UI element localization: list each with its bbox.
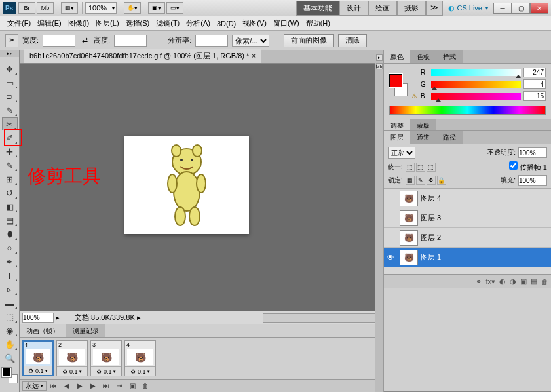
blur-tool[interactable]: ⬮ (2, 227, 18, 241)
dodge-tool[interactable]: ○ (2, 241, 18, 254)
move-tool[interactable]: ✥ (2, 62, 18, 75)
group-icon[interactable]: ▣ (520, 277, 527, 286)
stamp-tool[interactable]: ⊞ (2, 172, 18, 186)
b-slider[interactable] (431, 93, 521, 100)
clear-button[interactable]: 清除 (338, 34, 367, 47)
menu-select[interactable]: 选择(S) (123, 17, 153, 29)
history-brush-tool[interactable]: ↺ (2, 186, 18, 199)
resolution-input[interactable] (195, 35, 228, 47)
tab-styles[interactable]: 样式 (436, 50, 463, 63)
animation-frame[interactable]: 4🐻♻ 0.1 (124, 340, 156, 376)
menu-image[interactable]: 图像(I) (65, 17, 92, 29)
hand-tool[interactable]: ✋ (2, 338, 18, 351)
status-zoom-menu[interactable]: ▸ (54, 313, 62, 322)
marquee-tool[interactable]: ▭ (2, 76, 18, 89)
panel-collapse-strip[interactable]: ▸ Mb (375, 50, 384, 392)
hand-icon[interactable]: ✋▾ (124, 2, 141, 14)
status-docinfo-menu[interactable]: ▸ (135, 313, 143, 322)
fill-input[interactable] (518, 175, 547, 186)
new-layer-icon[interactable]: ▤ (531, 277, 537, 286)
propagate-checkbox[interactable]: 传播帧 1 (509, 161, 547, 172)
tab-layers[interactable]: 图层 (384, 131, 410, 144)
layer-row[interactable]: 🐻图层 3 (384, 208, 551, 228)
zoom-combo[interactable]: 100% (85, 2, 117, 14)
tab-adjustments[interactable]: 调整 (384, 119, 410, 130)
first-frame-button[interactable]: ⏮ (48, 381, 60, 391)
workspace-tab-essentials[interactable]: 基本功能 (296, 1, 339, 16)
tab-color[interactable]: 颜色 (384, 50, 410, 63)
3d-tool[interactable]: ⬚ (2, 310, 18, 323)
animation-frame[interactable]: 3🐻♻ 0.1 (90, 340, 122, 376)
opacity-input[interactable] (518, 147, 547, 158)
g-slider[interactable] (431, 81, 521, 88)
resolution-unit-select[interactable]: 像素/... (232, 35, 269, 47)
menu-help[interactable]: 帮助(H) (303, 17, 333, 29)
3d-camera-tool[interactable]: ◉ (2, 324, 18, 337)
view-extras-button[interactable]: ▦▾ (61, 2, 78, 14)
arrange-button[interactable]: ▣▾ (148, 2, 165, 14)
lock-icons[interactable]: ▦✎✥🔒 (406, 176, 446, 185)
next-frame-button[interactable]: ▶ (87, 381, 99, 391)
pen-tool[interactable]: ✒ (2, 255, 18, 268)
document-tab-close[interactable]: × (252, 52, 256, 60)
workspace-tab-design[interactable]: 设计 (339, 1, 368, 16)
bridge-button[interactable]: Br (18, 2, 35, 14)
tab-channels[interactable]: 通道 (410, 131, 436, 144)
mask-icon[interactable]: ◐ (499, 277, 506, 286)
unify-icons[interactable]: ⬚⬚⬚ (406, 163, 436, 172)
width-input[interactable] (43, 35, 75, 47)
menu-3d[interactable]: 3D(D) (214, 18, 239, 29)
tab-swatches[interactable]: 色板 (410, 50, 436, 63)
brush-tool[interactable]: ✎ (2, 159, 18, 172)
eraser-tool[interactable]: ◧ (2, 200, 18, 213)
new-frame-button[interactable]: ▣ (126, 381, 138, 391)
shape-tool[interactable]: ▬ (2, 296, 18, 309)
tab-masks[interactable]: 蒙版 (410, 119, 436, 130)
blend-mode-select[interactable]: 正常 (388, 147, 415, 159)
adjustment-layer-icon[interactable]: ◑ (510, 277, 516, 286)
r-slider[interactable] (431, 69, 521, 76)
menu-window[interactable]: 窗口(W) (270, 17, 303, 29)
menu-view[interactable]: 视图(V) (239, 17, 270, 29)
b-input[interactable] (523, 91, 546, 101)
animation-frame[interactable]: 1🐻♻ 0.1 (22, 340, 54, 376)
layer-row[interactable]: 👁🐻图层 1 (384, 248, 551, 267)
g-input[interactable] (523, 79, 546, 89)
spectrum-ramp[interactable] (389, 106, 546, 115)
menu-file[interactable]: 文件(F) (4, 17, 34, 29)
hscrollbar[interactable] (263, 313, 381, 323)
workspace-tab-painting[interactable]: 绘画 (368, 1, 397, 16)
animation-frame[interactable]: 2🐻♻ 0.1 (56, 340, 88, 376)
play-button[interactable]: ▶ (74, 381, 86, 391)
swap-wh-button[interactable]: ⇄ (79, 36, 90, 45)
link-layers-icon[interactable]: ⚭ (476, 277, 482, 286)
fx-icon[interactable]: fx▾ (485, 277, 495, 286)
prev-frame-button[interactable]: ◀ (61, 381, 73, 391)
fg-bg-swatch[interactable] (389, 74, 408, 96)
workspace-more[interactable]: ≫ (426, 1, 443, 16)
minimize-button[interactable]: ─ (493, 3, 512, 14)
strip-icon[interactable]: ▸ (376, 54, 383, 61)
front-image-button[interactable]: 前面的图像 (284, 34, 334, 47)
maximize-button[interactable]: ▢ (512, 3, 530, 14)
menu-analysis[interactable]: 分析(A) (183, 17, 214, 29)
color-swatches[interactable] (2, 368, 18, 383)
r-input[interactable] (523, 68, 546, 77)
healing-tool[interactable]: ✚ (2, 145, 18, 158)
visibility-toggle[interactable]: 👁 (384, 253, 397, 262)
height-input[interactable] (114, 35, 147, 47)
tween-button[interactable]: ⇥ (113, 381, 125, 391)
type-tool[interactable]: T (2, 269, 18, 282)
delete-frame-button[interactable]: 🗑 (140, 381, 151, 391)
quickselect-tool[interactable]: ✎ (2, 104, 18, 117)
toolbox-collapse[interactable]: ▸▸ (0, 50, 19, 57)
layer-row[interactable]: 🐻图层 4 (384, 189, 551, 208)
delete-layer-icon[interactable]: 🗑 (541, 278, 548, 286)
zoom-tool[interactable]: 🔍 (2, 351, 18, 364)
tab-paths[interactable]: 路径 (436, 131, 463, 144)
animation-tab-measure[interactable]: 测量记录 (66, 324, 105, 337)
lasso-tool[interactable]: ⊃ (2, 90, 18, 103)
loop-select[interactable]: 永远 (22, 381, 47, 391)
menu-layer[interactable]: 图层(L) (92, 17, 122, 29)
gradient-tool[interactable]: ▤ (2, 214, 18, 227)
